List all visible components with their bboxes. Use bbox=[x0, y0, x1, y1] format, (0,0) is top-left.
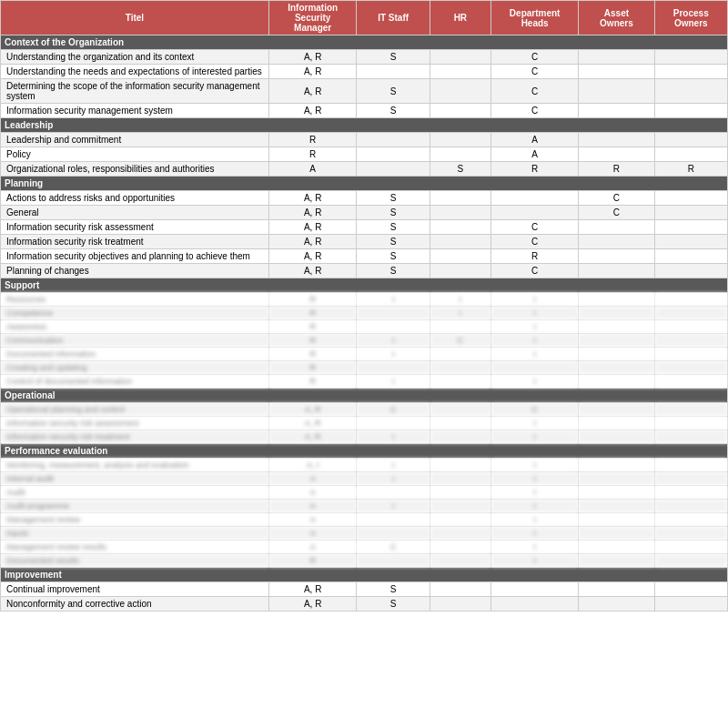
cell-dh: C bbox=[490, 235, 579, 249]
cell-ism: R bbox=[268, 133, 357, 147]
cell-title: Management review results bbox=[1, 541, 269, 554]
cell-po bbox=[654, 541, 728, 554]
cell-po bbox=[654, 417, 728, 430]
table-row: GeneralA, RSC bbox=[1, 206, 728, 220]
cell-it: I bbox=[357, 334, 430, 348]
cell-po bbox=[654, 513, 728, 527]
cell-ism: A, I bbox=[268, 459, 357, 472]
cell-hr bbox=[430, 320, 490, 334]
cell-dh bbox=[490, 582, 579, 597]
cell-dh: I bbox=[490, 348, 579, 361]
table-row: Information security risk assessmentA, R… bbox=[1, 220, 728, 235]
cell-title: Information security risk assessment bbox=[1, 220, 269, 235]
cell-title: Information security risk assessment bbox=[1, 417, 269, 430]
cell-it bbox=[357, 486, 430, 500]
cell-title: Continual improvement bbox=[1, 582, 269, 597]
cell-ao bbox=[579, 50, 654, 65]
cell-it: I bbox=[357, 293, 430, 307]
table-row: Planning of changesA, RSC bbox=[1, 264, 728, 278]
cell-title: Inputs bbox=[1, 527, 269, 541]
cell-ism: A, R bbox=[268, 597, 357, 612]
col-header-hr: HR bbox=[430, 1, 490, 35]
cell-ism: A, R bbox=[268, 430, 357, 444]
cell-title: Planning of changes bbox=[1, 264, 269, 278]
cell-ao bbox=[579, 417, 654, 430]
cell-it: S bbox=[357, 50, 430, 65]
cell-title: Determining the scope of the information… bbox=[1, 79, 269, 104]
cell-po bbox=[654, 361, 728, 375]
cell-dh: C bbox=[490, 50, 579, 65]
col-header-ism: Information Security Manager bbox=[268, 1, 357, 35]
cell-it: S bbox=[357, 206, 430, 220]
cell-ism: A, R bbox=[268, 104, 357, 118]
cell-dh: C bbox=[490, 104, 579, 118]
table-row: ResourcesRIII bbox=[1, 293, 728, 307]
cell-title: General bbox=[1, 206, 269, 220]
cell-it bbox=[357, 527, 430, 541]
table-row: Understanding the needs and expectations… bbox=[1, 65, 728, 79]
cell-po bbox=[654, 206, 728, 220]
table-row: Organizational roles, responsibilities a… bbox=[1, 162, 728, 177]
cell-it: S bbox=[357, 220, 430, 235]
cell-po bbox=[654, 147, 728, 162]
cell-it: I bbox=[357, 430, 430, 444]
cell-po bbox=[654, 375, 728, 389]
table-row: Understanding the organization and its c… bbox=[1, 50, 728, 65]
section-title: Support bbox=[1, 278, 728, 293]
cell-hr: C bbox=[430, 334, 490, 348]
section-header: Context of the Organization bbox=[1, 35, 728, 50]
table-row: InputsAI bbox=[1, 527, 728, 541]
cell-ao bbox=[579, 500, 654, 513]
cell-po bbox=[654, 235, 728, 249]
raci-table: Titel Information Security Manager IT St… bbox=[0, 0, 728, 612]
cell-po bbox=[654, 554, 728, 568]
cell-dh: I bbox=[490, 293, 579, 307]
cell-ao bbox=[579, 403, 654, 417]
cell-po bbox=[654, 486, 728, 500]
section-title: Improvement bbox=[1, 568, 728, 582]
cell-title: Monitoring, measurement, analysis and ev… bbox=[1, 459, 269, 472]
cell-it: S bbox=[357, 264, 430, 278]
cell-dh: I bbox=[490, 513, 579, 527]
section-header: Leadership bbox=[1, 118, 728, 133]
cell-ao bbox=[579, 541, 654, 554]
cell-dh: I bbox=[490, 320, 579, 334]
cell-ism: R bbox=[268, 320, 357, 334]
cell-ao bbox=[579, 249, 654, 264]
cell-dh: I bbox=[490, 486, 579, 500]
cell-hr bbox=[430, 500, 490, 513]
cell-po bbox=[654, 220, 728, 235]
cell-ism: A, R bbox=[268, 220, 357, 235]
section-header: Performance evaluation bbox=[1, 444, 728, 459]
cell-it: I bbox=[357, 375, 430, 389]
table-row: Information security risk assessmentA, R… bbox=[1, 417, 728, 430]
section-header: Support bbox=[1, 278, 728, 293]
section-header: Improvement bbox=[1, 568, 728, 582]
cell-ao bbox=[579, 430, 654, 444]
cell-ism: A bbox=[268, 541, 357, 554]
cell-ism: A, R bbox=[268, 191, 357, 206]
cell-ao bbox=[579, 597, 654, 612]
cell-ao bbox=[579, 235, 654, 249]
cell-po bbox=[654, 79, 728, 104]
cell-it: I bbox=[357, 500, 430, 513]
cell-title: Management review bbox=[1, 513, 269, 527]
cell-ism: R bbox=[268, 348, 357, 361]
cell-ism: A bbox=[268, 513, 357, 527]
cell-ao: R bbox=[579, 162, 654, 177]
table-body: Context of the OrganizationUnderstanding… bbox=[1, 35, 728, 612]
col-header-ao: Asset Owners bbox=[579, 1, 654, 35]
table-row: Information security risk treatmentA, RI… bbox=[1, 430, 728, 444]
table-row: CompetenceRII bbox=[1, 307, 728, 320]
cell-ao bbox=[579, 334, 654, 348]
cell-hr bbox=[430, 597, 490, 612]
cell-dh: I bbox=[490, 500, 579, 513]
cell-hr bbox=[430, 513, 490, 527]
cell-it: S bbox=[357, 235, 430, 249]
table-row: Nonconformity and corrective actionA, RS bbox=[1, 597, 728, 612]
cell-ao bbox=[579, 348, 654, 361]
cell-ao bbox=[579, 79, 654, 104]
cell-ism: R bbox=[268, 307, 357, 320]
cell-title: Information security risk treatment bbox=[1, 430, 269, 444]
cell-dh: I bbox=[490, 541, 579, 554]
